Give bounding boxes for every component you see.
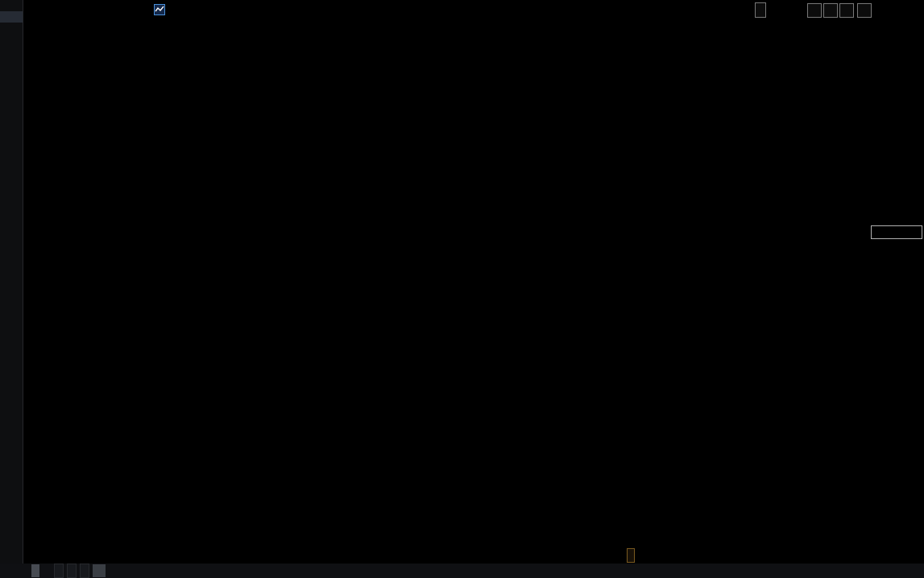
current-price-badge	[871, 225, 922, 239]
scale-tool-icon[interactable]	[839, 3, 854, 18]
candlestick-chart-canvas[interactable]	[0, 0, 924, 578]
all-themes-button[interactable]	[755, 2, 766, 18]
toolbar-template-button[interactable]	[31, 564, 39, 577]
highlighted-date-label	[627, 548, 635, 563]
topbar	[23, 0, 924, 23]
grid-tool-icon[interactable]	[823, 3, 838, 18]
kdj-header	[71, 455, 110, 466]
period-tab-daily[interactable]	[24, 547, 31, 559]
trading-app-window	[0, 0, 924, 578]
move-tool-icon[interactable]	[807, 3, 822, 18]
sidebar	[0, 0, 23, 578]
sidebar-item-flash-chart[interactable]	[0, 23, 23, 34]
sidebar-item-kline-chart[interactable]	[0, 11, 23, 23]
sidebar-item-time-chart[interactable]	[0, 0, 23, 11]
macd-header	[71, 348, 110, 359]
sidebar-item-contract-info[interactable]	[0, 34, 23, 45]
bottom-toolbar	[0, 564, 924, 578]
toolbar-indicator-button[interactable]	[20, 564, 28, 577]
exit-tool-icon[interactable]	[857, 3, 872, 18]
toolbar-save-template-button[interactable]	[93, 564, 106, 577]
toolbar-bb-button[interactable]	[80, 564, 89, 578]
toolbar-vip-indicator-button[interactable]	[43, 564, 51, 577]
toolbar-b-button[interactable]	[67, 564, 77, 578]
toolbar-j-button[interactable]	[54, 564, 64, 578]
